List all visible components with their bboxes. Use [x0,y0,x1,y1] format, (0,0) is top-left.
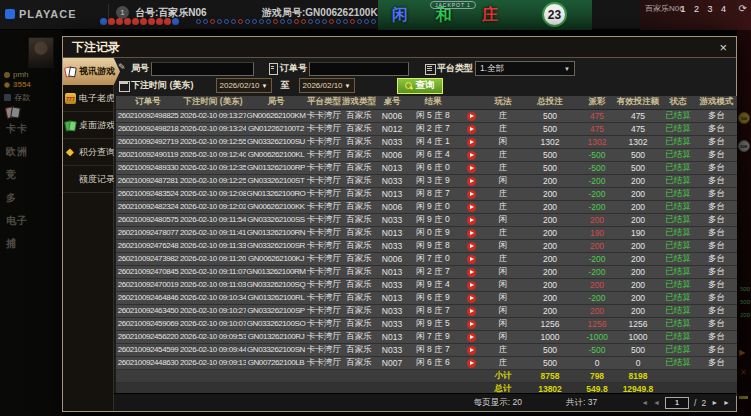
replay-icon[interactable] [467,294,476,303]
page-separator: / [694,398,696,408]
replay-icon[interactable] [467,112,476,121]
cell-status: 已结算 [660,200,696,213]
replay-icon[interactable] [467,229,476,238]
bet-area-banker[interactable]: 庄 [482,5,498,26]
replay-icon[interactable] [467,281,476,290]
close-button[interactable]: × [719,41,727,54]
cell-payout: -200 [578,174,616,187]
bet-area-player[interactable]: 闲 [392,5,408,26]
cell-game: 百家乐 [342,304,376,317]
column-header: 下注时间 (美东) [180,96,246,109]
cell-order: 260210092478077 [116,226,180,239]
last-page-button[interactable]: ► [723,399,730,406]
dialog-title-bar: 下注记录 × [63,37,736,58]
cell-result: 闲 9 庄 4 [408,278,458,291]
cell-payout: 0 [578,356,616,369]
next-page-button[interactable]: ► [711,399,718,406]
replay-icon[interactable] [467,216,476,225]
cell-play: 闲 [484,265,522,278]
replay-icon[interactable] [467,125,476,134]
page-number-input[interactable]: 1 [665,397,689,409]
cell-order: 260210092463450 [116,304,180,317]
date-to-picker[interactable]: 2026/02/10 ▼ [299,78,355,93]
cell-replay [458,330,484,343]
menu-item-table-games[interactable]: 桌面游戏 [63,112,113,139]
first-page-button[interactable]: ◄ [641,399,648,406]
prev-page-button[interactable]: ◄ [653,399,660,406]
bead [252,19,257,24]
filter-row-2: 下注时间 (美东) 2026/02/10 ▼ 至 2026/02/10 ▼ [118,77,732,94]
cell-play: 庄 [484,187,522,200]
replay-icon[interactable] [467,190,476,199]
replay-icon[interactable] [467,359,476,368]
road-tab-numbers[interactable]: 1 2 3 4 [680,4,729,14]
cell-round: GN033262100SR [246,239,306,252]
round-number-input[interactable] [151,62,254,76]
replay-icon[interactable] [467,203,476,212]
cell-platform: 卡卡湾厅 [306,226,342,239]
cell-result: 闲 0 庄 9 [408,226,458,239]
cell-play: 闲 [484,239,522,252]
refresh-icon[interactable]: ⟳ [739,3,747,14]
cell-order: 260210092470845 [116,265,180,278]
replay-icon[interactable] [467,255,476,264]
cell-valid: 500 [616,148,660,161]
replay-icon[interactable] [467,307,476,316]
cell-time: 2026-02-10 09:09:53 [180,330,246,343]
table-row: 2602100924708452026-02-10 09:11:07GN0132… [116,265,737,278]
cell-status: 已结算 [660,213,696,226]
cell-time: 2026-02-10 09:13:24 [180,122,246,135]
date-from-picker[interactable]: 2026/02/10 ▼ [216,78,272,93]
replay-icon[interactable] [467,151,476,160]
cell-mode: 多台 [696,291,737,304]
replay-icon[interactable] [467,177,476,186]
cell-platform: 卡卡湾厅 [306,304,342,317]
cell-mode: 多台 [696,213,737,226]
platform-type-icon [424,63,435,74]
cell-status: 已结算 [660,187,696,200]
order-number-input[interactable] [309,62,409,76]
cell-result: 闲 9 庄 8 [408,239,458,252]
replay-icon[interactable] [467,333,476,342]
column-header: 局号 [246,96,306,109]
menu-item-label: 桌面游戏 [79,119,115,132]
cell-table: N033 [376,317,408,330]
cell-time: 2026-02-10 09:09:44 [180,343,246,356]
platform-select[interactable]: 1.全部 ▼ [475,61,575,76]
bead [350,19,355,24]
bead [156,18,163,25]
cell-table: N006 [376,148,408,161]
cell-platform: 卡卡湾厅 [306,252,342,265]
bead [371,19,376,24]
replay-icon[interactable] [467,268,476,277]
per-page-label: 每页显示: 20 [474,397,522,409]
cell-table: N006 [376,200,408,213]
cell-order: 260210092476248 [116,239,180,252]
menu-item-credit-records[interactable]: 额度记录 [63,166,113,193]
cell-platform: 卡卡湾厅 [306,122,342,135]
bead [238,19,243,24]
cell-total: 200 [522,226,578,239]
cell-time: 2026-02-10 09:10:34 [180,291,246,304]
cell-round: GN013262100RL [246,291,306,304]
replay-icon[interactable] [467,320,476,329]
replay-icon[interactable] [467,242,476,251]
menu-item-points[interactable]: 积分查询 [63,139,113,166]
betting-felt: 闲 和 庄 JACKPOT1 23 [378,0,592,30]
cell-round: GN033262100SS [246,213,306,226]
cell-replay [458,226,484,239]
cell-valid: 200 [616,278,660,291]
cell-replay [458,356,484,369]
bet-time-label: 下注时间 (美东) [131,79,194,92]
menu-item-live-games[interactable]: 视讯游戏 [63,58,120,85]
search-button[interactable]: 查询 [397,78,443,94]
replay-icon[interactable] [467,164,476,173]
cell-replay [458,239,484,252]
menu-item-slots[interactable]: 电子老虎机 [63,85,113,112]
cell-replay [458,187,484,200]
replay-icon[interactable] [467,346,476,355]
cell-status: 已结算 [660,252,696,265]
replay-icon[interactable] [467,138,476,147]
dialog-content: 局号 订单号 平台类型 1.全部 ▼ 下注时间 [114,58,736,411]
cell-order: 260210092470019 [116,278,180,291]
